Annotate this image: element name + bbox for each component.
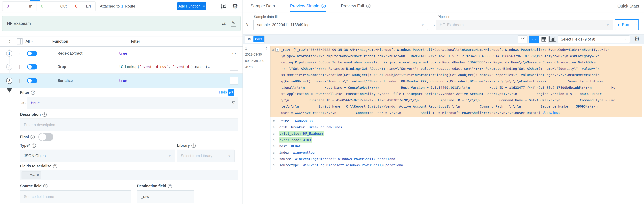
sample-data-file-select[interactable]: sample_20220411-113849.log ∨ bbox=[254, 20, 428, 30]
out-toggle-button[interactable]: OUT bbox=[254, 36, 264, 42]
library-select[interactable]: Select from Library ∨ bbox=[177, 150, 234, 162]
function-row-drop[interactable]: 2⡇⡇Drop!C.Lookup('event_id.csv', 'eventi… bbox=[0, 60, 242, 74]
help-circle-icon[interactable]: ? bbox=[30, 135, 35, 139]
final-toggle[interactable] bbox=[38, 133, 53, 141]
add-function-button[interactable]: Add Function ∨ bbox=[178, 2, 206, 10]
function-filter-expression: !C.Lookup('event_id.csv', 'eventid').mat… bbox=[119, 65, 223, 69]
pipeline-settings-gear-icon[interactable]: ⚙ bbox=[232, 3, 238, 10]
field-value: WinEventLog:Microsoft-Windows-PowerShell… bbox=[303, 163, 405, 167]
drag-handle-icon[interactable]: ⡇⡇ bbox=[19, 51, 24, 56]
expand-raw-icon[interactable]: + bbox=[276, 48, 279, 52]
filter-token: .match(… bbox=[193, 65, 210, 69]
help-circle-icon[interactable]: ? bbox=[168, 184, 172, 188]
filter-expression-input[interactable]: JS true ⇱ bbox=[20, 97, 238, 109]
function-enabled-toggle[interactable] bbox=[27, 78, 37, 83]
function-row-serialize[interactable]: 3⡇⡇Serializetrue⋯ bbox=[0, 74, 242, 88]
function-enabled-toggle[interactable] bbox=[27, 51, 37, 56]
collapse-event-icon[interactable]: ∨∧ bbox=[266, 46, 268, 51]
event-field-host[interactable]: ahost: REDACT bbox=[272, 143, 642, 149]
event-field-index[interactable]: aindex: wineventlog bbox=[272, 149, 642, 156]
drag-handle-icon[interactable]: ⡇⡇ bbox=[19, 79, 24, 83]
help-link[interactable]: Help bbox=[219, 90, 227, 94]
attached-routes[interactable]: Attached to 1 Route bbox=[100, 0, 135, 13]
fields-to-serialize-input[interactable]: ⋮ _raw × bbox=[20, 170, 238, 180]
destination-field-input[interactable]: _raw bbox=[137, 190, 194, 203]
filter-events-button[interactable] bbox=[518, 36, 528, 43]
function-row-regex-extract[interactable]: 1⡇⡇Regex Extracttrue⋯ bbox=[0, 47, 242, 60]
field-value: 4103 bbox=[303, 138, 311, 142]
show-less-link[interactable]: Show less bbox=[543, 111, 560, 115]
help-circle-icon[interactable]: ? bbox=[43, 184, 48, 188]
raw-line: \nType=Information\r\nComputerName=redac… bbox=[270, 53, 642, 59]
quick-stats-link[interactable]: Quick Stats bbox=[618, 4, 639, 9]
caret-down-icon: ▼ bbox=[31, 40, 33, 43]
help-circle-icon[interactable]: ? bbox=[42, 112, 47, 117]
help-circle-icon[interactable]: ? bbox=[31, 91, 35, 95]
event-field-cribl_breaker[interactable]: acribl_breaker: Break on newlines bbox=[272, 124, 642, 130]
row-menu-button[interactable]: ⋯ bbox=[230, 50, 238, 57]
final-label: Final? bbox=[20, 135, 35, 139]
drag-handle-icon[interactable]: ⡇⡇ bbox=[19, 65, 24, 69]
chart-view-button[interactable] bbox=[549, 36, 556, 42]
select-fields-dropdown[interactable]: Select Fields (9 of 9) ∨ bbox=[558, 36, 630, 43]
fields-to-serialize-label: Fields to serialize? bbox=[20, 164, 57, 168]
event-field-event_code[interactable]: aevent_code: 4103 bbox=[272, 137, 642, 143]
event-field-cribl_pipe[interactable]: acribl_pipe: HF_Exabeam bbox=[272, 130, 642, 137]
function-enabled-toggle[interactable] bbox=[27, 64, 37, 70]
remove-chip-icon[interactable]: × bbox=[37, 173, 39, 177]
help-circle-icon[interactable]: ? bbox=[366, 4, 370, 8]
columns-icon[interactable] bbox=[17, 38, 22, 45]
drag-handle-icon[interactable]: ⋮ bbox=[24, 173, 26, 177]
run-button[interactable]: ▶ Run bbox=[615, 20, 632, 30]
chevron-down-icon: ∨ bbox=[228, 154, 230, 158]
function-list: 1⡇⡇Regex Extracttrue⋯2⡇⡇Drop!C.Lookup('e… bbox=[0, 47, 242, 88]
add-comment-icon[interactable] bbox=[220, 3, 227, 10]
filter-token: , bbox=[168, 65, 172, 69]
collapse-section-icon[interactable]: ∨ bbox=[246, 22, 249, 27]
event-detail[interactable]: a+_raw:{"_raw":"03/30/2022 09:35:38 AM\r… bbox=[270, 46, 642, 170]
row-menu-button[interactable]: ⋯ bbox=[230, 77, 238, 85]
run-button-group: ▶ Run ⋯ bbox=[615, 19, 639, 30]
group-filter-dropdown[interactable]: All ▼ bbox=[26, 39, 33, 44]
edit-pipeline-icon[interactable]: ✎ bbox=[232, 21, 236, 27]
table-view-button[interactable] bbox=[539, 36, 548, 43]
row-menu-button[interactable]: ⋯ bbox=[230, 63, 238, 71]
raw-line: r): \"Get-ADUser\"\r\r\nParameterBinding… bbox=[270, 66, 642, 72]
filter-token: 'eventid' bbox=[172, 65, 191, 69]
event-field-sourcetype[interactable]: asourcetype: WinEventLog:Microsoft-Windo… bbox=[272, 162, 642, 168]
docs-icon[interactable]: ▸? bbox=[228, 89, 234, 96]
field-name: event_code: bbox=[280, 138, 303, 142]
type-select[interactable]: JSON Object ∨ bbox=[20, 150, 175, 162]
json-view-button[interactable]: {} bbox=[529, 36, 539, 43]
source-field-input[interactable]: Source field name bbox=[20, 190, 131, 203]
event-field-_time[interactable]: #_time: 1648658138 bbox=[272, 118, 642, 124]
tab-preview-simple[interactable]: Preview Simple ? bbox=[290, 0, 326, 12]
field-name: cribl_breaker: bbox=[279, 125, 309, 129]
tab-sample-data[interactable]: Sample Data bbox=[250, 0, 275, 12]
preview-settings-gear-icon[interactable]: ⚙ bbox=[634, 35, 640, 42]
description-input[interactable]: Enter a description bbox=[20, 118, 238, 131]
chevron-down-icon: ∨ bbox=[203, 5, 205, 8]
swap-pipeline-icon[interactable]: ⇄ bbox=[222, 21, 226, 26]
event-line-number: 1 bbox=[245, 46, 247, 51]
sample-controls-row: ∨ Sample data file sample_20220411-11384… bbox=[243, 13, 644, 34]
help-circle-icon[interactable]: ? bbox=[53, 164, 57, 168]
out-label: Out bbox=[60, 4, 66, 9]
run-options-button[interactable]: ⋯ bbox=[632, 20, 638, 30]
tab-preview-full[interactable]: Preview Full ? bbox=[341, 0, 370, 12]
pipeline-name: HF Exabeam bbox=[7, 21, 31, 26]
collapse-all-icon[interactable]: ∨∧ bbox=[8, 39, 10, 44]
source-field-label: Source field? bbox=[20, 184, 48, 188]
route-count[interactable]: 1 bbox=[121, 4, 123, 9]
help-circle-icon[interactable]: ? bbox=[32, 143, 36, 148]
field-value: WinEventLog:Microsoft-Windows-PowerShell… bbox=[295, 157, 397, 161]
help-circle-icon[interactable]: ? bbox=[192, 143, 196, 148]
field-name: index: bbox=[279, 150, 293, 154]
in-toggle-button[interactable]: IN bbox=[246, 36, 254, 42]
field-chip-raw[interactable]: ⋮ _raw × bbox=[22, 171, 41, 179]
help-circle-icon[interactable]: ? bbox=[322, 4, 326, 8]
raw-field-name[interactable]: _raw: bbox=[281, 47, 290, 53]
expand-editor-icon[interactable]: ⇱ bbox=[232, 101, 235, 106]
event-field-source[interactable]: asource: WinEventLog:Microsoft-Windows-P… bbox=[272, 156, 642, 162]
function-number: 2 bbox=[6, 64, 12, 70]
